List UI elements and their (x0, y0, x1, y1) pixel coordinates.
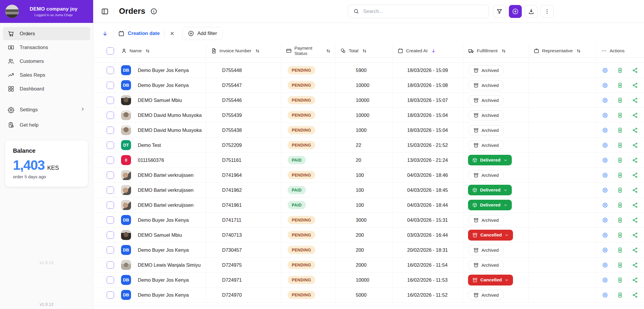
receipt-button[interactable] (617, 82, 623, 88)
sidebar-item-sales-reps[interactable]: Sales Reps (3, 68, 90, 82)
receipt-button[interactable] (617, 142, 623, 148)
select-all-checkbox[interactable] (107, 47, 114, 55)
fulfillment-badge[interactable]: Archived (468, 65, 504, 75)
export-button[interactable] (525, 5, 538, 18)
view-order-button[interactable] (602, 217, 608, 223)
add-order-button[interactable] (509, 5, 522, 18)
view-order-button[interactable] (602, 97, 608, 103)
table-row[interactable]: DEMO David Mumo Musyoka D755439 PENDING … (93, 108, 644, 123)
table-row[interactable]: 00111560376 D751161 PAID 20 13/03/2026 -… (93, 153, 644, 168)
view-order-button[interactable] (602, 262, 608, 268)
share-button[interactable] (632, 217, 638, 223)
column-header-name[interactable]: Name (115, 44, 206, 58)
share-button[interactable] (632, 247, 638, 253)
table-row[interactable]: DBDemo Buyer Jos Kenya D724971 PENDING 1… (93, 273, 644, 288)
sidebar-toggle-button[interactable] (100, 7, 109, 16)
table-row[interactable]: DBDemo Buyer Jos Kenya D730457 PENDING 2… (93, 243, 644, 258)
row-checkbox[interactable] (107, 97, 114, 104)
view-order-button[interactable] (602, 157, 608, 163)
row-checkbox[interactable] (107, 201, 114, 209)
fulfillment-badge[interactable]: Archived (468, 140, 504, 150)
search-input[interactable] (363, 9, 484, 14)
share-button[interactable] (632, 172, 638, 178)
sort-direction-button[interactable] (101, 30, 109, 38)
row-checkbox[interactable] (107, 291, 114, 299)
row-checkbox[interactable] (107, 67, 114, 74)
table-row[interactable]: DEMO Bartel verkruijssen D741964 PENDING… (93, 168, 644, 183)
receipt-button[interactable] (617, 157, 623, 163)
row-checkbox[interactable] (107, 157, 114, 164)
column-header-payment-status[interactable]: Payment Status (281, 44, 336, 58)
share-button[interactable] (632, 157, 638, 163)
table-row[interactable]: DEMO David Mumo Musyoka D755438 PENDING … (93, 123, 644, 138)
row-checkbox[interactable] (107, 261, 114, 269)
column-header-invoice-number[interactable]: Invoice Number (206, 44, 281, 58)
receipt-button[interactable] (617, 112, 623, 118)
sidebar-item-settings[interactable]: Settings (3, 103, 90, 117)
receipt-button[interactable] (617, 97, 623, 103)
share-button[interactable] (632, 232, 638, 238)
view-order-button[interactable] (602, 112, 608, 118)
fulfillment-dropdown[interactable]: Delivered (468, 185, 512, 195)
share-button[interactable] (632, 142, 638, 148)
add-filter-button[interactable]: Add filter (182, 27, 223, 40)
share-button[interactable] (632, 277, 638, 283)
row-checkbox[interactable] (107, 246, 114, 254)
row-checkbox[interactable] (107, 276, 114, 284)
row-checkbox[interactable] (107, 112, 114, 119)
row-checkbox[interactable] (107, 231, 114, 239)
receipt-button[interactable] (617, 232, 623, 238)
receipt-button[interactable] (617, 262, 623, 268)
fulfillment-badge[interactable]: Archived (468, 245, 504, 255)
column-header-representative[interactable]: Representative (529, 44, 596, 58)
info-icon[interactable] (150, 8, 157, 15)
share-button[interactable] (632, 97, 638, 103)
view-order-button[interactable] (602, 187, 608, 193)
view-order-button[interactable] (602, 232, 608, 238)
fulfillment-dropdown[interactable]: Cancelled (468, 275, 513, 286)
column-header-total[interactable]: Total (336, 44, 393, 58)
receipt-button[interactable] (617, 187, 623, 193)
view-order-button[interactable] (602, 247, 608, 253)
active-filter-chip[interactable]: Creation date (118, 30, 160, 37)
share-button[interactable] (632, 127, 638, 133)
receipt-button[interactable] (617, 247, 623, 253)
fulfillment-badge[interactable]: Archived (468, 170, 504, 180)
fulfillment-dropdown[interactable]: Cancelled (468, 230, 513, 241)
column-header-fulfillment[interactable]: Fulfillment (463, 44, 529, 58)
share-button[interactable] (632, 112, 638, 118)
share-button[interactable] (632, 262, 638, 268)
column-header-created-at[interactable]: Created At (393, 44, 463, 58)
table-row[interactable]: DEMO Samuel Mbiu D755446 PENDING 10000 1… (93, 93, 644, 108)
table-row[interactable]: DBDemo Buyer Jos Kenya D724970 PENDING 5… (93, 288, 644, 303)
table-row[interactable]: DBDemo Buyer Jos Kenya D755448 PENDING 5… (93, 63, 644, 78)
fulfillment-badge[interactable]: Archived (468, 110, 504, 120)
fulfillment-badge[interactable]: Archived (468, 80, 504, 90)
receipt-button[interactable] (617, 127, 623, 133)
row-checkbox[interactable] (107, 172, 114, 179)
share-button[interactable] (632, 67, 638, 73)
table-row[interactable]: DBDemo Buyer Jos Kenya D741711 PENDING 3… (93, 213, 644, 228)
receipt-button[interactable] (617, 202, 623, 208)
view-order-button[interactable] (602, 127, 608, 133)
fulfillment-dropdown[interactable]: Delivered (468, 200, 512, 210)
table-row[interactable]: DEMO Lewis Wanjala Simiyu D724975 PENDIN… (93, 258, 644, 273)
receipt-button[interactable] (617, 67, 623, 73)
table-row[interactable]: DEMO Bartel verkruijssen D741962 PAID 10… (93, 183, 644, 198)
share-button[interactable] (632, 292, 638, 298)
view-order-button[interactable] (602, 292, 608, 298)
sidebar-item-transactions[interactable]: Transactions (3, 41, 90, 54)
view-order-button[interactable] (602, 172, 608, 178)
fulfillment-badge[interactable]: Archived (468, 290, 504, 300)
more-options-button[interactable] (541, 5, 554, 18)
filter-button[interactable] (493, 5, 506, 18)
table-row[interactable]: DEMO Bartel verkruijssen D741961 PAID 10… (93, 198, 644, 213)
share-button[interactable] (632, 187, 638, 193)
share-button[interactable] (632, 202, 638, 208)
receipt-button[interactable] (617, 277, 623, 283)
row-checkbox[interactable] (107, 187, 114, 194)
row-checkbox[interactable] (107, 127, 114, 134)
row-checkbox[interactable] (107, 82, 114, 89)
remove-filter-button[interactable] (169, 30, 175, 37)
fulfillment-badge[interactable]: Archived (468, 215, 504, 225)
